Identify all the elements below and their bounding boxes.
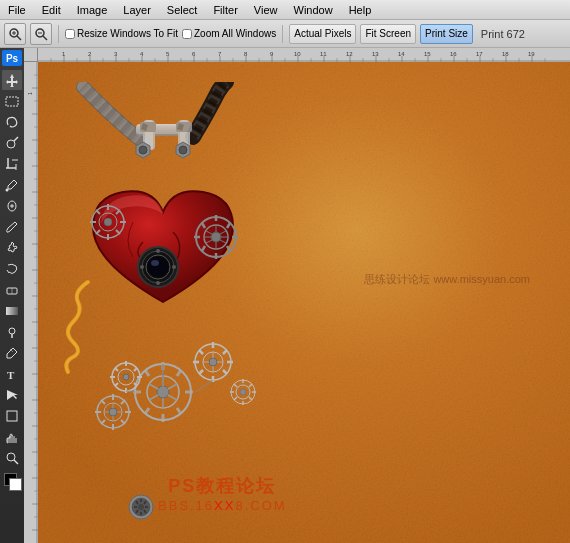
svg-point-23 <box>9 328 15 334</box>
print-size-detail: Print 672 <box>481 28 525 40</box>
resize-windows-checkbox[interactable] <box>65 29 75 39</box>
eraser-tool[interactable] <box>2 280 22 300</box>
shape-tool[interactable] <box>2 406 22 426</box>
svg-line-169 <box>134 368 137 371</box>
svg-point-257 <box>179 146 187 154</box>
svg-point-218 <box>148 257 168 277</box>
bottom-line2-post: 8.COM <box>235 498 286 513</box>
dodge-tool[interactable] <box>2 322 22 342</box>
history-brush-tool[interactable] <box>2 259 22 279</box>
brush-tool[interactable] <box>2 217 22 237</box>
main-area: Ps <box>0 48 570 543</box>
menu-image[interactable]: Image <box>73 3 112 17</box>
ruler-top: 1 2 3 4 5 6 7 8 9 10 11 <box>38 48 570 62</box>
svg-line-195 <box>101 420 105 424</box>
svg-line-1 <box>17 36 21 40</box>
svg-text:12: 12 <box>346 51 353 57</box>
ruler-corner <box>24 48 38 62</box>
zoom-all-label: Zoom All Windows <box>194 28 276 39</box>
svg-line-193 <box>121 420 125 424</box>
zoom-all-checkbox[interactable] <box>182 29 192 39</box>
hand-tool[interactable] <box>2 427 22 447</box>
foreground-color[interactable] <box>2 473 22 493</box>
svg-point-221 <box>140 265 144 269</box>
zoom-all-checkbox-label[interactable]: Zoom All Windows <box>182 28 276 39</box>
print-size-button[interactable]: Print Size <box>420 24 473 44</box>
svg-point-15 <box>6 189 9 192</box>
type-tool[interactable]: T <box>2 364 22 384</box>
fit-screen-button[interactable]: Fit Screen <box>360 24 416 44</box>
path-select-tool[interactable] <box>2 385 22 405</box>
lasso-tool[interactable] <box>2 112 22 132</box>
bottom-line1: PS教程论坛 <box>158 474 287 498</box>
move-tool[interactable] <box>2 70 22 90</box>
pen-tool[interactable] <box>2 343 22 363</box>
svg-line-146 <box>168 395 177 400</box>
svg-line-184 <box>234 397 237 400</box>
svg-point-222 <box>156 249 160 253</box>
svg-line-141 <box>145 408 149 414</box>
svg-text:10: 10 <box>294 51 301 57</box>
gradient-tool[interactable] <box>2 301 22 321</box>
svg-line-143 <box>145 370 149 376</box>
svg-line-19 <box>7 270 9 273</box>
watermark-text: 思练设计论坛 www.missyuan.com <box>364 272 530 287</box>
svg-point-245 <box>104 218 112 226</box>
menu-select[interactable]: Select <box>163 3 202 17</box>
svg-point-152 <box>209 358 217 366</box>
svg-line-160 <box>199 350 203 354</box>
svg-point-223 <box>156 281 160 285</box>
svg-rect-8 <box>6 97 18 106</box>
menu-view[interactable]: View <box>250 3 282 17</box>
svg-line-149 <box>149 384 158 389</box>
svg-line-197 <box>101 400 105 404</box>
clone-stamp-tool[interactable] <box>2 238 22 258</box>
svg-line-5 <box>43 36 47 40</box>
bottom-line2-xx: XX <box>214 498 235 513</box>
svg-rect-31 <box>38 48 570 62</box>
svg-point-9 <box>7 140 15 148</box>
menubar: File Edit Image Layer Select Filter View… <box>0 0 570 20</box>
svg-text:14: 14 <box>398 51 405 57</box>
svg-line-186 <box>234 384 237 387</box>
actual-pixels-button[interactable]: Actual Pixels <box>289 24 356 44</box>
svg-rect-22 <box>6 307 18 315</box>
bottom-line2: BBS.16XX8.COM <box>158 498 287 513</box>
svg-line-204 <box>126 391 135 392</box>
svg-rect-92 <box>24 62 38 543</box>
svg-point-220 <box>172 265 176 269</box>
svg-point-29 <box>7 453 15 461</box>
svg-point-189 <box>109 408 117 416</box>
zoom-out-button[interactable] <box>30 23 52 45</box>
resize-windows-label: Resize Windows To Fit <box>77 28 178 39</box>
svg-line-173 <box>115 383 118 386</box>
svg-line-148 <box>149 395 158 400</box>
resize-windows-checkbox-label[interactable]: Resize Windows To Fit <box>65 28 178 39</box>
svg-rect-28 <box>7 411 17 421</box>
toolbar-separator-2 <box>282 25 283 43</box>
menu-edit[interactable]: Edit <box>38 3 65 17</box>
menu-layer[interactable]: Layer <box>119 3 155 17</box>
svg-line-30 <box>14 460 18 464</box>
svg-line-10 <box>14 137 18 141</box>
svg-text:13: 13 <box>372 51 379 57</box>
svg-line-156 <box>223 370 227 374</box>
spot-healing-tool[interactable] <box>2 196 22 216</box>
menu-file[interactable]: File <box>4 3 30 17</box>
zoom-tool-button[interactable] <box>4 23 26 45</box>
eyedropper-tool[interactable] <box>2 175 22 195</box>
quick-select-tool[interactable] <box>2 133 22 153</box>
svg-line-145 <box>168 384 177 389</box>
svg-line-137 <box>177 370 181 376</box>
zoom-tool-left[interactable] <box>2 448 22 468</box>
bottom-line2-pre: BBS.16 <box>158 498 214 513</box>
svg-point-167 <box>123 374 129 380</box>
crop-tool[interactable] <box>2 154 22 174</box>
svg-line-139 <box>177 408 181 414</box>
toolbar: Resize Windows To Fit Zoom All Windows A… <box>0 20 570 48</box>
menu-window[interactable]: Window <box>290 3 337 17</box>
menu-help[interactable]: Help <box>345 3 376 17</box>
image-canvas: 思练设计论坛 www.missyuan.com <box>38 62 570 543</box>
menu-filter[interactable]: Filter <box>209 3 241 17</box>
marquee-tool[interactable] <box>2 91 22 111</box>
